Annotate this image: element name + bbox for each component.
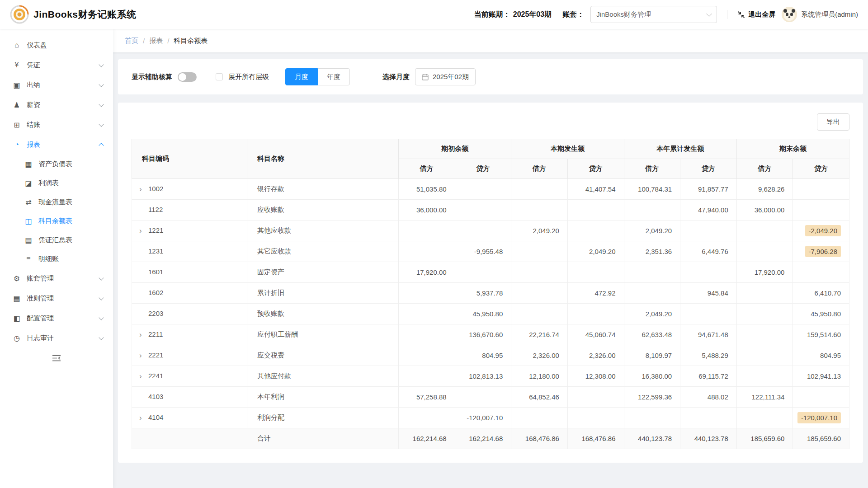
sidebar-item-closing[interactable]: ⊞结账 xyxy=(0,115,113,135)
page-content: 显示辅助核算 展开所有层级 月度 年度 选择月度 xyxy=(113,52,868,488)
user-menu[interactable]: 系统管理员(admin) xyxy=(782,7,858,22)
expand-row-icon[interactable]: › xyxy=(139,330,148,339)
collapse-sidebar-button[interactable] xyxy=(0,354,113,362)
amount-value: 91,857.77 xyxy=(698,185,728,193)
amount-cell: 2,049.20 xyxy=(624,304,680,324)
amount-cell xyxy=(511,179,568,200)
total-amount-cell: 440,123.78 xyxy=(680,428,737,449)
amount-cell xyxy=(736,366,793,387)
sidebar-item-config-mgmt[interactable]: ◧配置管理 xyxy=(0,308,113,328)
total-amount-cell: 440,123.78 xyxy=(624,428,680,449)
account-code: 1221 xyxy=(148,226,163,234)
account-set-icon: ⚙ xyxy=(12,274,22,283)
chevron-down-icon xyxy=(99,62,104,67)
calendar-icon xyxy=(422,74,429,80)
amount-cell: 100,784.31 xyxy=(624,179,680,200)
month-picker-value: 2025年02期 xyxy=(433,73,469,81)
amount-cell xyxy=(511,262,568,283)
sidebar-subitem-cash-flow[interactable]: ⇄现金流量表 xyxy=(0,192,113,211)
amount-value: 17,920.00 xyxy=(416,268,447,276)
cashier-icon: ▣ xyxy=(12,81,22,89)
sidebar-item-standards-mgmt[interactable]: ▤准则管理 xyxy=(0,288,113,308)
amount-cell: 2,326.00 xyxy=(511,345,568,366)
amount-value: 804.95 xyxy=(820,352,841,359)
exit-fullscreen-button[interactable]: 退出全屏 xyxy=(737,10,775,19)
amount-cell: -120,007.10 xyxy=(793,408,849,428)
breadcrumb-home-link[interactable]: 首页 xyxy=(125,37,138,45)
account-set-select[interactable]: JinBooks财务管理 xyxy=(590,6,717,23)
filter-bar: 显示辅助核算 展开所有层级 月度 年度 选择月度 xyxy=(118,59,863,94)
expand-all-checkbox[interactable] xyxy=(216,73,223,80)
amount-value: 2,326.00 xyxy=(589,352,615,359)
payroll-icon: ♟ xyxy=(12,101,22,109)
current-period-value: 2025年03期 xyxy=(513,10,552,19)
sidebar-item-reports[interactable]: ◔报表 xyxy=(0,135,113,155)
amount-cell xyxy=(680,221,737,241)
table-row: ›1002银行存款51,035.8041,407.54100,784.3191,… xyxy=(132,179,849,200)
amount-value: 945.84 xyxy=(708,289,728,297)
table-row: ›1601固定资产17,920.0017,920.00 xyxy=(132,262,849,283)
amount-cell xyxy=(455,387,511,408)
sidebar-subitem-voucher-summary[interactable]: ▤凭证汇总表 xyxy=(0,230,113,249)
col-group-opening-balance: 期初余额 xyxy=(399,139,511,159)
account-name: 固定资产 xyxy=(247,262,399,283)
month-picker[interactable]: 2025年02期 xyxy=(415,68,476,85)
sidebar-subitem-account-balance[interactable]: ◫科目余额表 xyxy=(0,211,113,230)
user-avatar xyxy=(782,7,797,22)
table-row: ›2241其他应付款102,813.1312,180.0012,308.0016… xyxy=(132,366,849,387)
amount-cell xyxy=(567,408,624,428)
sidebar-item-account-set-mgmt[interactable]: ⚙账套管理 xyxy=(0,268,113,288)
switch-knob xyxy=(179,73,186,81)
aux-toggle-switch[interactable] xyxy=(178,72,197,82)
menu-item-label: 利润表 xyxy=(38,179,59,188)
income-statement-icon: ◪ xyxy=(24,179,33,188)
menu-item-label: 仪表盘 xyxy=(27,41,47,50)
amount-cell xyxy=(399,345,455,366)
highlighted-negative-amount: -7,906.28 xyxy=(805,246,841,257)
amount-value: 102,941.13 xyxy=(807,372,841,380)
table-row: ›1122应收账款36,000.0047,940.0036,000.00 xyxy=(132,200,849,221)
report-table-body: ›1002银行存款51,035.8041,407.54100,784.3191,… xyxy=(132,179,849,449)
sidebar-subitem-detail-ledger[interactable]: ≡明细账 xyxy=(0,249,113,268)
table-row: ›2211应付职工薪酬136,670.6022,216.7445,060.746… xyxy=(132,324,849,345)
amount-cell xyxy=(399,241,455,262)
account-code: 4103 xyxy=(148,393,163,400)
amount-value: 9,628.26 xyxy=(758,185,784,193)
menu-item-label: 科目余额表 xyxy=(38,217,72,225)
sidebar-item-voucher[interactable]: ¥凭证 xyxy=(0,55,113,75)
tab-yearly[interactable]: 年度 xyxy=(317,68,350,85)
menu-item-label: 资产负债表 xyxy=(38,160,72,169)
amount-cell: 94,671.48 xyxy=(680,324,737,345)
amount-cell: 2,049.20 xyxy=(511,221,568,241)
sidebar-subitem-balance-sheet[interactable]: ▦资产负债表 xyxy=(0,155,113,174)
expand-row-icon[interactable]: › xyxy=(139,185,148,194)
expand-row-icon[interactable]: › xyxy=(139,372,148,381)
sidebar-item-dashboard[interactable]: ⌂仪表盘 xyxy=(0,35,113,55)
amount-cell xyxy=(511,241,568,262)
export-button[interactable]: 导出 xyxy=(817,113,849,131)
total-row: 合计162,214.68162,214.68168,476.86168,476.… xyxy=(132,428,849,449)
col-header-credit: 贷方 xyxy=(567,159,624,179)
sidebar-item-payroll[interactable]: ♟薪资 xyxy=(0,95,113,115)
tab-monthly[interactable]: 月度 xyxy=(285,68,318,85)
account-code: 2203 xyxy=(148,310,163,317)
expand-row-icon[interactable]: › xyxy=(139,413,148,422)
table-row: ›4103本年利润57,258.8864,852.46122,599.36488… xyxy=(132,387,849,408)
account-code: 1231 xyxy=(148,247,163,255)
account-name: 本年利润 xyxy=(247,387,399,408)
expand-row-icon[interactable]: › xyxy=(139,351,148,360)
sidebar-item-cashier[interactable]: ▣出纳 xyxy=(0,75,113,95)
expand-row-icon[interactable]: › xyxy=(139,226,148,235)
amount-cell: 8,109.97 xyxy=(624,345,680,366)
amount-value: 47,940.00 xyxy=(698,206,728,214)
chevron-down-icon xyxy=(99,122,104,127)
amount-value: 102,813.13 xyxy=(469,372,503,380)
amount-value: 51,035.80 xyxy=(416,185,447,193)
account-balance-icon: ◫ xyxy=(24,217,33,225)
account-name: 应交税费 xyxy=(247,345,399,366)
amount-cell xyxy=(455,221,511,241)
sidebar-item-log-audit[interactable]: ◷日志审计 xyxy=(0,328,113,348)
user-name: 系统管理员(admin) xyxy=(801,10,858,19)
sidebar-subitem-income-statement[interactable]: ◪利润表 xyxy=(0,174,113,192)
breadcrumb-separator: / xyxy=(143,37,145,45)
